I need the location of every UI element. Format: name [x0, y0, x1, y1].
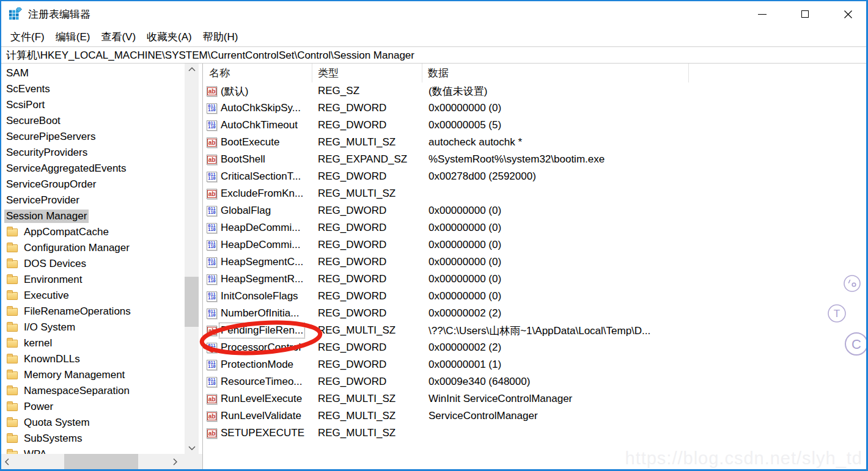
tree-item-executive[interactable]: Executive	[1, 288, 184, 304]
menu-item-e[interactable]: 编辑(E)	[50, 28, 96, 46]
tree-item-label: Executive	[22, 289, 71, 302]
value-data: 0x00000000 (0)	[422, 100, 689, 117]
tree-item-session-manager[interactable]: Session Manager	[1, 208, 184, 224]
value-name-cell: 011110HeapSegmentR...	[204, 271, 312, 288]
tree-item-serviceprovider[interactable]: ServiceProvider	[1, 192, 184, 208]
table-row-setupexecute[interactable]: abSETUPEXECUTEREG_MULTI_SZ	[204, 425, 866, 442]
close-button[interactable]	[838, 1, 858, 27]
value-name-cell: 011110AutoChkTimeout	[204, 117, 312, 134]
table-row-heapdecommi[interactable]: 011110HeapDeCommi...REG_DWORD0x00000000 …	[204, 219, 866, 236]
dword-value-icon: 011110	[207, 172, 217, 182]
value-data: 0x00000000 (0)	[422, 288, 689, 305]
table-row-criticalsectiont[interactable]: 011110CriticalSectionT...REG_DWORD0x0027…	[204, 168, 866, 185]
tree-item-configuration-manager[interactable]: Configuration Manager	[1, 240, 184, 256]
table-row-autochktimeout[interactable]: 011110AutoChkTimeoutREG_DWORD0x00000005 …	[204, 117, 866, 134]
menu-item-f[interactable]: 文件(F)	[5, 28, 50, 46]
value-type: REG_MULTI_SZ	[312, 322, 422, 339]
value-data: 0x00000000 (0)	[422, 271, 689, 288]
tree-item-power[interactable]: Power	[1, 399, 184, 415]
value-type: REG_MULTI_SZ	[312, 407, 422, 425]
tree-horizontal-scrollbar[interactable]	[1, 454, 203, 469]
table-row-excludefromkn[interactable]: abExcludeFromKn...REG_MULTI_SZ	[204, 185, 866, 202]
table-row-bootexecute[interactable]: abBootExecuteREG_MULTI_SZautocheck autoc…	[204, 134, 866, 151]
table-row-heapsegmentc[interactable]: 011110HeapSegmentC...REG_DWORD0x00000000…	[204, 254, 866, 271]
close-icon	[844, 10, 853, 19]
table-row-runlevelexecute[interactable]: abRunLevelExecuteREG_MULTI_SZWinInit Ser…	[204, 390, 866, 407]
table-row-protectionmode[interactable]: 011110ProtectionModeREG_DWORD0x00000001 …	[204, 356, 866, 373]
tree-item-kernel[interactable]: kernel	[1, 335, 184, 351]
tree-item-dos-devices[interactable]: DOS Devices	[1, 256, 184, 272]
minimize-button[interactable]	[752, 1, 772, 27]
registry-editor-window: 注册表编辑器 文件(F)编辑(E)查看(V)收藏夹(A)帮助(H) 计算机\HK…	[0, 0, 868, 471]
folder-icon	[7, 371, 18, 379]
table-row-heapdecommi[interactable]: 011110HeapDeCommi...REG_DWORD0x00000000 …	[204, 236, 866, 254]
value-type: REG_DWORD	[312, 100, 422, 117]
value-name-cell: abBootExecute	[204, 134, 312, 151]
value-data: \??\C:\Users\山林雨~1\AppData\Local\Temp\D.…	[422, 322, 689, 339]
tree-item-secureboot[interactable]: SecureBoot	[1, 113, 184, 129]
value-type: REG_DWORD	[312, 356, 422, 373]
dword-value-icon: 011110	[207, 120, 217, 131]
tree-vertical-scrollbar[interactable]	[185, 64, 199, 454]
value-type: REG_EXPAND_SZ	[312, 151, 422, 168]
value-data: WinInit ServiceControlManager	[422, 390, 689, 407]
address-path: 计算机\HKEY_LOCAL_MACHINE\SYSTEM\CurrentCon…	[6, 48, 414, 62]
value-name-cell: abRunLevelExecute	[204, 390, 312, 407]
value-type: REG_DWORD	[312, 236, 422, 254]
tree-item-memory-management[interactable]: Memory Management	[1, 367, 184, 383]
value-name-cell: abRunLevelValidate	[204, 407, 312, 425]
tree-item-serviceaggregatedevents[interactable]: ServiceAggregatedEvents	[1, 161, 184, 177]
value-data	[422, 425, 689, 442]
menu-item-a[interactable]: 收藏夹(A)	[141, 28, 197, 46]
table-row-heapsegmentr[interactable]: 011110HeapSegmentR...REG_DWORD0x00000000…	[204, 271, 866, 288]
tree-item-label: FileRenameOperations	[22, 305, 133, 318]
scroll-right-icon[interactable]	[169, 454, 181, 469]
vertical-scroll-thumb[interactable]	[185, 277, 199, 327]
table-row-[interactable]: ab(默认)REG_SZ(数值未设置)	[204, 82, 866, 100]
maximize-button[interactable]	[795, 1, 815, 27]
table-row-numberofinitia[interactable]: 011110NumberOfInitia...REG_DWORD0x000000…	[204, 305, 866, 322]
values-panel: 名称 类型 数据 ab(默认)REG_SZ(数值未设置)011110AutoCh…	[204, 64, 866, 469]
table-row-autochkskipsy[interactable]: 011110AutoChkSkipSy...REG_DWORD0x0000000…	[204, 100, 866, 117]
value-name: HeapSegmentR...	[221, 273, 303, 285]
tree-item-scevents[interactable]: ScEvents	[1, 81, 184, 97]
value-name: HeapSegmentC...	[221, 256, 303, 268]
table-row-processorcontrol[interactable]: 011110ProcessorControlREG_DWORD0x0000000…	[204, 339, 866, 356]
address-bar[interactable]: 计算机\HKEY_LOCAL_MACHINE\SYSTEM\CurrentCon…	[1, 46, 866, 64]
table-row-initconsoleflags[interactable]: 011110InitConsoleFlagsREG_DWORD0x0000000…	[204, 288, 866, 305]
value-name-cell: 011110CriticalSectionT...	[204, 168, 312, 185]
table-row-globalflag[interactable]: 011110GlobalFlagREG_DWORD0x00000000 (0)	[204, 202, 866, 219]
table-row-bootshell[interactable]: abBootShellREG_EXPAND_SZ%SystemRoot%\sys…	[204, 151, 866, 168]
tree-item-securepipeservers[interactable]: SecurePipeServers	[1, 129, 184, 145]
column-header-type[interactable]: 类型	[312, 64, 422, 82]
tree-item-sam[interactable]: SAM	[1, 65, 184, 81]
column-header-data[interactable]: 数据	[422, 64, 689, 82]
tree-item-environment[interactable]: Environment	[1, 272, 184, 288]
menu-item-v[interactable]: 查看(V)	[95, 28, 141, 46]
column-header-name[interactable]: 名称	[204, 64, 312, 82]
tree-item-namespaceseparation[interactable]: NamespaceSeparation	[1, 383, 184, 399]
scroll-up-icon[interactable]	[185, 64, 199, 75]
table-row-resourcetimeo[interactable]: 011110ResourceTimeo...REG_DWORD0x0009e34…	[204, 373, 866, 390]
list-header: 名称 类型 数据	[204, 64, 866, 82]
horizontal-scroll-thumb[interactable]	[64, 454, 138, 469]
value-name: ProtectionMode	[221, 359, 293, 371]
menu-item-h[interactable]: 帮助(H)	[197, 28, 244, 46]
scroll-down-icon[interactable]	[185, 442, 199, 454]
tree-item-knowndlls[interactable]: KnownDLLs	[1, 351, 184, 367]
tree-item-servicegrouporder[interactable]: ServiceGroupOrder	[1, 177, 184, 192]
tree-item-filerenameoperations[interactable]: FileRenameOperations	[1, 304, 184, 319]
folder-icon	[7, 244, 18, 252]
scroll-left-icon[interactable]	[1, 454, 13, 469]
folder-icon	[7, 276, 18, 284]
table-row-runlevelvalidate[interactable]: abRunLevelValidateREG_MULTI_SZServiceCon…	[204, 407, 866, 425]
tree-item-i-o-system[interactable]: I/O System	[1, 319, 184, 335]
value-name-cell: abBootShell	[204, 151, 312, 168]
value-name: ExcludeFromKn...	[221, 188, 303, 200]
tree-item-quota-system[interactable]: Quota System	[1, 415, 184, 431]
table-row-pendingfileren[interactable]: abPendingFileRen...REG_MULTI_SZ\??\C:\Us…	[204, 322, 866, 339]
tree-item-appcompatcache[interactable]: AppCompatCache	[1, 224, 184, 240]
tree-item-scsiport[interactable]: ScsiPort	[1, 97, 184, 113]
tree-item-securityproviders[interactable]: SecurityProviders	[1, 145, 184, 161]
tree-item-subsystems[interactable]: SubSystems	[1, 431, 184, 447]
